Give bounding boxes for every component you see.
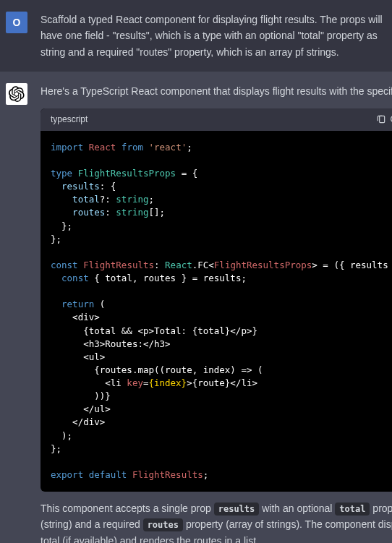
clipboard-icon bbox=[376, 114, 386, 124]
copy-code-button[interactable]: Copy code bbox=[376, 113, 393, 127]
code-language-label: typescript bbox=[51, 113, 88, 127]
user-avatar: O bbox=[6, 12, 27, 33]
assistant-message: Here's a TypeScript React component that… bbox=[0, 72, 392, 543]
openai-icon bbox=[9, 86, 25, 102]
inline-code: routes bbox=[143, 518, 183, 531]
user-message: O Scaffold a typed React component for d… bbox=[0, 0, 392, 72]
code-block: typescript Copy code import React from '… bbox=[41, 108, 392, 492]
assistant-outro-text: This component accepts a single prop res… bbox=[41, 500, 392, 543]
assistant-intro-text: Here's a TypeScript React component that… bbox=[41, 83, 392, 99]
svg-rect-0 bbox=[379, 116, 384, 122]
assistant-avatar bbox=[6, 83, 27, 105]
inline-code: total bbox=[335, 503, 370, 516]
code-header: typescript Copy code bbox=[41, 108, 392, 131]
user-message-text: Scaffold a typed React component for dis… bbox=[41, 12, 386, 60]
inline-code: results bbox=[214, 503, 260, 516]
assistant-message-content: Here's a TypeScript React component that… bbox=[41, 83, 392, 543]
code-body: import React from 'react'; type FlightRe… bbox=[41, 131, 392, 492]
